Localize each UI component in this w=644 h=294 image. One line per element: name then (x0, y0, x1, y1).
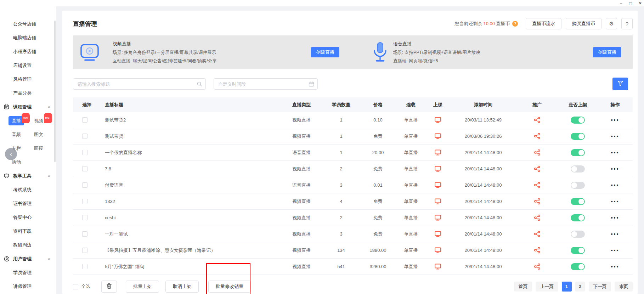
date-range-input[interactable] (214, 78, 318, 90)
page-number-button[interactable]: 1 (562, 282, 572, 292)
more-actions-button[interactable]: ••• (611, 151, 620, 154)
gear-icon[interactable]: ⚙ (606, 18, 617, 29)
more-actions-button[interactable]: ••• (611, 183, 620, 187)
coin-flow-button[interactable]: 直播币流水 (526, 18, 561, 29)
sidebar-item[interactable]: 公众号店铺 (0, 17, 56, 31)
share-icon[interactable] (534, 247, 541, 254)
row-checkbox[interactable] (82, 166, 87, 171)
last-page-button[interactable]: 末页 (615, 282, 633, 292)
shelf-toggle[interactable] (571, 165, 585, 173)
sidebar-item-audio[interactable]: 音频 (9, 130, 24, 139)
added-time: 20/01/14 14:48:00 (450, 150, 516, 155)
sidebar-item-graphic[interactable]: 图文 (31, 130, 46, 139)
monitor-icon[interactable] (435, 166, 441, 172)
shelf-toggle[interactable] (571, 117, 585, 124)
search-icon[interactable] (197, 81, 202, 88)
batch-unshelf-button[interactable]: 取消上架 (165, 281, 199, 293)
sidebar-item[interactable]: 教辅周边 (0, 238, 56, 252)
sidebar-item[interactable]: 资料下载 (0, 224, 56, 238)
question-badge-icon[interactable]: ? (512, 21, 518, 27)
row-checkbox[interactable] (82, 117, 87, 123)
batch-edit-sales-button[interactable]: 批量修改销量 (208, 281, 251, 293)
maximize-button[interactable]: ▢ (628, 1, 632, 6)
live-title: 5月“万佛之国”-缅甸 (102, 264, 280, 270)
help-button[interactable]: ? (621, 18, 633, 29)
shelf-toggle[interactable] (571, 263, 585, 270)
sidebar-item[interactable]: 小程序店铺 (0, 45, 56, 58)
share-icon[interactable] (534, 149, 541, 156)
share-icon[interactable] (534, 117, 541, 123)
share-icon[interactable] (534, 165, 541, 172)
page-number-button[interactable]: 2 (575, 282, 585, 292)
sidebar-item-live[interactable]: 直播 HOT (9, 116, 24, 125)
next-page-button[interactable]: 下一页 (589, 282, 611, 292)
batch-shelf-button[interactable]: 批量上架 (126, 281, 159, 293)
row-checkbox[interactable] (82, 264, 87, 269)
more-actions-button[interactable]: ••• (611, 249, 620, 252)
more-actions-button[interactable]: ••• (611, 135, 620, 138)
create-voice-live-button[interactable]: 创建直播 (593, 47, 621, 57)
share-icon[interactable] (534, 182, 541, 188)
sidebar-item[interactable]: 考试系统 (0, 183, 56, 197)
sidebar-item[interactable]: 学员管理 (0, 266, 56, 279)
share-icon[interactable] (534, 263, 541, 270)
monitor-icon[interactable] (435, 231, 441, 237)
shelf-toggle[interactable] (571, 149, 585, 156)
share-icon[interactable] (534, 231, 541, 237)
more-actions-button[interactable]: ••• (611, 232, 620, 236)
monitor-icon[interactable] (435, 198, 441, 204)
sidebar-section-user[interactable]: 用户管理 ∧ (0, 252, 56, 266)
shelf-toggle[interactable] (571, 133, 585, 140)
more-actions-button[interactable]: ••• (611, 200, 620, 203)
row-checkbox[interactable] (82, 134, 87, 139)
monitor-icon[interactable] (435, 247, 441, 253)
shelf-toggle[interactable] (571, 247, 585, 254)
row-checkbox[interactable] (82, 182, 87, 188)
row-checkbox[interactable] (82, 231, 87, 237)
prev-page-button[interactable]: 上一页 (536, 282, 558, 292)
close-button[interactable]: ✕ (639, 1, 642, 6)
buy-coin-button[interactable]: 购买直播币 (566, 18, 601, 29)
create-video-live-button[interactable]: 创建直播 (311, 47, 339, 57)
sidebar-section-teach[interactable]: 教学工具 ∧ (0, 169, 56, 183)
sidebar-collapse-button[interactable]: ‹ (5, 148, 17, 160)
sidebar-item[interactable]: 证书管理 (0, 197, 56, 210)
batch-delete-button[interactable] (101, 281, 117, 293)
filter-button[interactable] (612, 78, 628, 90)
monitor-icon[interactable] (435, 215, 441, 221)
sidebar-item[interactable]: 产品分类 (0, 86, 56, 100)
share-icon[interactable] (534, 133, 541, 140)
monitor-icon[interactable] (435, 149, 441, 156)
search-input[interactable] (73, 78, 206, 90)
row-checkbox[interactable] (82, 248, 87, 253)
monitor-icon[interactable] (435, 264, 441, 270)
sidebar-item[interactable]: 店铺设置 (0, 58, 56, 72)
shelf-toggle[interactable] (571, 231, 585, 238)
sidebar-item-video[interactable]: 视频 HOT (31, 116, 46, 125)
more-actions-button[interactable]: ••• (611, 167, 620, 171)
more-actions-button[interactable]: ••• (611, 118, 620, 122)
monitor-icon[interactable] (435, 133, 441, 139)
sidebar-section-course[interactable]: 课程管理 ∧ (0, 100, 56, 114)
row-checkbox[interactable] (82, 215, 87, 220)
sidebar-scrollbar[interactable] (54, 21, 56, 162)
minimize-button[interactable]: – (620, 1, 622, 5)
monitor-icon[interactable] (435, 117, 441, 123)
row-checkbox[interactable] (82, 199, 87, 204)
more-actions-button[interactable]: ••• (611, 265, 620, 268)
select-all-checkbox[interactable] (73, 284, 78, 289)
sidebar-item[interactable]: 答疑中心 (0, 210, 56, 224)
share-icon[interactable] (534, 214, 541, 221)
sidebar-item[interactable]: 电脑端店铺 (0, 31, 56, 45)
monitor-icon[interactable] (435, 182, 441, 188)
shelf-toggle[interactable] (571, 182, 585, 189)
sidebar-item-offline[interactable]: 面授 (31, 144, 46, 153)
more-actions-button[interactable]: ••• (611, 216, 620, 220)
shelf-toggle[interactable] (571, 198, 585, 205)
shelf-toggle[interactable] (571, 214, 585, 221)
share-icon[interactable] (534, 198, 541, 205)
sidebar-item[interactable]: 讲师管理 (0, 279, 56, 293)
sidebar-item[interactable]: 风格管理 (0, 72, 56, 86)
row-checkbox[interactable] (82, 150, 87, 155)
first-page-button[interactable]: 首页 (514, 282, 532, 292)
